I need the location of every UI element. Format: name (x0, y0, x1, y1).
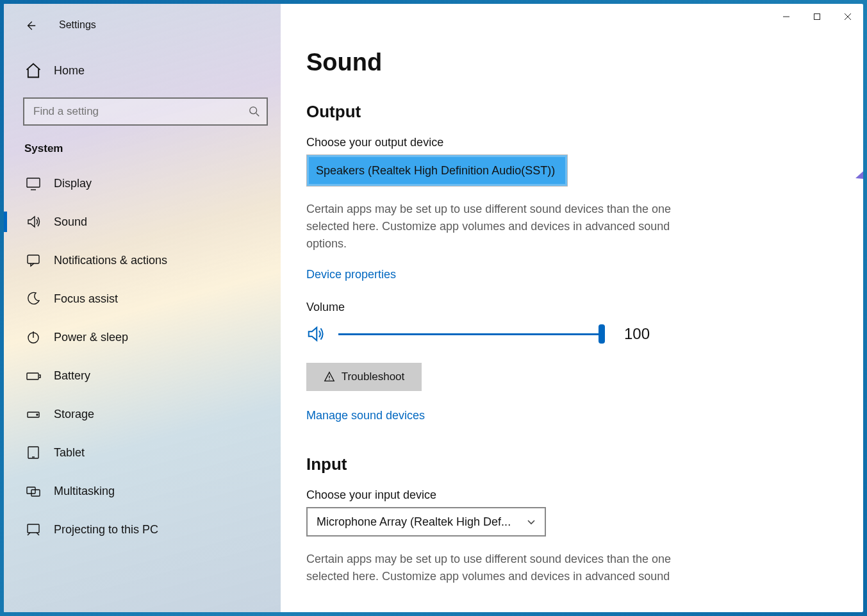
volume-value: 100 (624, 325, 650, 343)
output-choose-label: Choose your output device (306, 136, 838, 149)
volume-icon (306, 324, 326, 344)
svg-rect-8 (28, 447, 38, 458)
sidebar-item-sound[interactable]: Sound (4, 203, 281, 241)
sidebar-nav: Display Sound Notifications & actions Fo… (4, 164, 281, 549)
multitasking-icon (24, 482, 42, 500)
sidebar-item-label: Notifications & actions (54, 254, 167, 267)
close-button[interactable] (832, 4, 863, 29)
sidebar-item-label: Tablet (54, 446, 85, 460)
battery-icon (24, 367, 42, 385)
sidebar-item-label: Battery (54, 369, 90, 383)
app-title: Settings (4, 13, 281, 31)
chat-icon (24, 251, 42, 269)
device-properties-link[interactable]: Device properties (306, 268, 396, 281)
window-controls (771, 4, 863, 29)
power-icon (24, 328, 42, 346)
sidebar-item-label: Projecting to this PC (54, 523, 158, 537)
moon-icon (24, 290, 42, 308)
sidebar-item-projecting[interactable]: Projecting to this PC (4, 510, 281, 549)
manage-devices-link[interactable]: Manage sound devices (306, 409, 425, 422)
output-device-value: Speakers (Realtek High Definition Audio(… (316, 164, 555, 178)
volume-label: Volume (306, 301, 838, 314)
sidebar-section-header: System (4, 126, 281, 164)
svg-rect-5 (27, 373, 38, 379)
annotation-arrow (852, 114, 863, 191)
troubleshoot-label: Troubleshoot (342, 370, 405, 383)
tablet-icon (24, 444, 42, 462)
monitor-icon (24, 174, 42, 192)
svg-point-7 (37, 414, 38, 415)
minimize-button[interactable] (771, 4, 802, 29)
sidebar-item-notifications[interactable]: Notifications & actions (4, 241, 281, 279)
sidebar-item-label: Sound (54, 215, 87, 229)
speaker-icon (24, 213, 42, 231)
sidebar-item-label: Power & sleep (54, 331, 128, 344)
input-help-text: Certain apps may be set up to use differ… (306, 551, 691, 585)
svg-point-1 (250, 107, 257, 114)
search-icon (249, 106, 260, 117)
troubleshoot-button[interactable]: Troubleshoot (306, 363, 422, 391)
sidebar-item-multitasking[interactable]: Multitasking (4, 472, 281, 510)
chevron-down-icon (527, 517, 536, 526)
volume-row: 100 (306, 324, 838, 344)
maximize-button[interactable] (802, 4, 832, 29)
sidebar-item-tablet[interactable]: Tablet (4, 433, 281, 472)
settings-window: Settings Home System Display Sound (4, 4, 863, 612)
sidebar-item-label: Display (54, 177, 92, 190)
sidebar-item-storage[interactable]: Storage (4, 395, 281, 433)
output-help-text: Certain apps may be set up to use differ… (306, 201, 691, 253)
volume-slider[interactable] (338, 324, 605, 344)
svg-rect-11 (28, 524, 39, 533)
input-choose-label: Choose your input device (306, 488, 838, 502)
drive-icon (24, 405, 42, 423)
search-box[interactable] (23, 97, 268, 126)
sidebar: Settings Home System Display Sound (4, 4, 281, 612)
home-label: Home (54, 64, 85, 78)
sidebar-home[interactable]: Home (4, 53, 281, 88)
sidebar-item-focus[interactable]: Focus assist (4, 279, 281, 318)
home-icon (24, 62, 42, 79)
svg-rect-3 (28, 255, 39, 263)
project-icon (24, 520, 42, 538)
sidebar-item-power[interactable]: Power & sleep (4, 318, 281, 356)
input-device-select[interactable]: Microphone Array (Realtek High Def... (306, 507, 546, 537)
input-device-value: Microphone Array (Realtek High Def... (317, 515, 511, 529)
output-device-select[interactable]: Speakers (Realtek High Definition Audio(… (306, 154, 568, 187)
warning-icon (324, 371, 335, 383)
sidebar-item-label: Storage (54, 408, 94, 421)
slider-track (338, 333, 605, 335)
main-content[interactable]: Sound Output Choose your output device S… (281, 4, 863, 612)
back-button[interactable] (23, 18, 38, 33)
page-title: Sound (306, 49, 838, 76)
sidebar-item-label: Focus assist (54, 292, 118, 306)
svg-rect-2 (27, 178, 40, 187)
search-input[interactable] (33, 105, 249, 118)
svg-rect-0 (814, 14, 820, 20)
input-heading: Input (306, 454, 838, 474)
sidebar-item-display[interactable]: Display (4, 164, 281, 203)
sidebar-item-label: Multitasking (54, 485, 115, 498)
slider-thumb[interactable] (599, 324, 605, 344)
sidebar-item-battery[interactable]: Battery (4, 356, 281, 395)
output-heading: Output (306, 102, 838, 122)
